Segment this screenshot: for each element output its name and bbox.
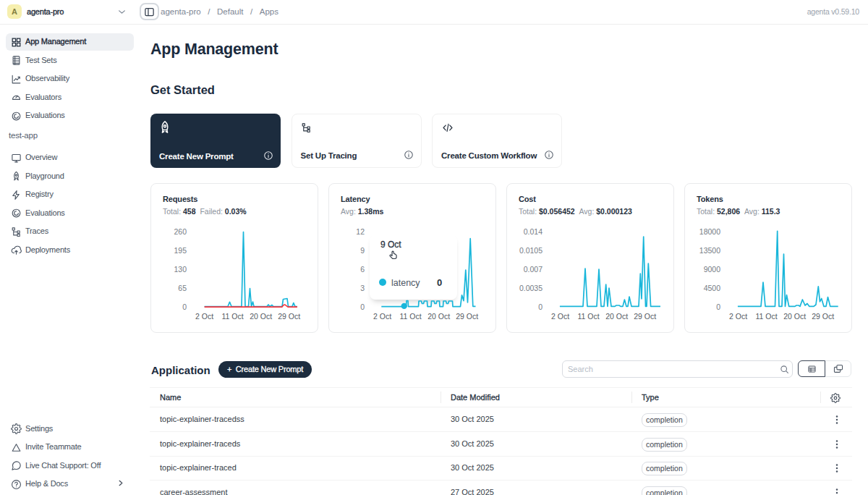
svg-text:0: 0 bbox=[360, 302, 365, 311]
svg-text:3: 3 bbox=[360, 284, 365, 292]
svg-text:2 Oct: 2 Oct bbox=[373, 312, 391, 321]
svg-text:2 Oct: 2 Oct bbox=[729, 312, 747, 321]
svg-text:18000: 18000 bbox=[699, 227, 720, 236]
svg-text:0: 0 bbox=[716, 302, 720, 311]
svg-text:260: 260 bbox=[174, 227, 187, 236]
svg-text:13500: 13500 bbox=[699, 246, 720, 255]
svg-text:4500: 4500 bbox=[704, 284, 721, 292]
svg-text:0.014: 0.014 bbox=[524, 227, 542, 236]
svg-text:0: 0 bbox=[182, 302, 187, 311]
svg-text:29 Oct: 29 Oct bbox=[456, 312, 478, 321]
svg-text:29 Oct: 29 Oct bbox=[812, 312, 834, 321]
svg-text:20 Oct: 20 Oct bbox=[783, 312, 806, 321]
svg-text:0: 0 bbox=[538, 302, 542, 311]
svg-text:11 Oct: 11 Oct bbox=[756, 312, 778, 321]
svg-text:2 Oct: 2 Oct bbox=[551, 312, 569, 321]
svg-text:11 Oct: 11 Oct bbox=[578, 312, 600, 321]
svg-text:29 Oct: 29 Oct bbox=[278, 312, 300, 321]
svg-text:9000: 9000 bbox=[704, 265, 721, 274]
svg-text:0.0035: 0.0035 bbox=[519, 284, 542, 292]
svg-text:195: 195 bbox=[174, 246, 187, 255]
svg-text:130: 130 bbox=[174, 265, 187, 274]
svg-text:65: 65 bbox=[178, 284, 187, 292]
svg-text:20 Oct: 20 Oct bbox=[605, 312, 628, 321]
svg-text:9: 9 bbox=[360, 246, 365, 255]
svg-text:0.0105: 0.0105 bbox=[519, 246, 542, 255]
svg-text:20 Oct: 20 Oct bbox=[427, 312, 450, 321]
svg-text:6: 6 bbox=[360, 265, 365, 274]
svg-text:20 Oct: 20 Oct bbox=[250, 312, 272, 321]
svg-text:2 Oct: 2 Oct bbox=[195, 312, 213, 321]
svg-text:11 Oct: 11 Oct bbox=[222, 312, 244, 321]
svg-text:11 Oct: 11 Oct bbox=[400, 312, 422, 321]
svg-text:12: 12 bbox=[356, 227, 365, 236]
svg-text:0.007: 0.007 bbox=[524, 265, 542, 274]
svg-text:29 Oct: 29 Oct bbox=[634, 312, 656, 321]
